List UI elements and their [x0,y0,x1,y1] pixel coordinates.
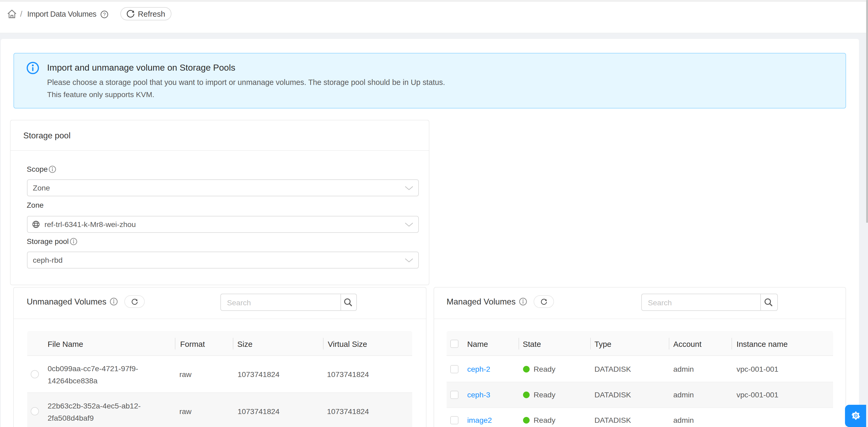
svg-text:?: ? [103,12,105,17]
